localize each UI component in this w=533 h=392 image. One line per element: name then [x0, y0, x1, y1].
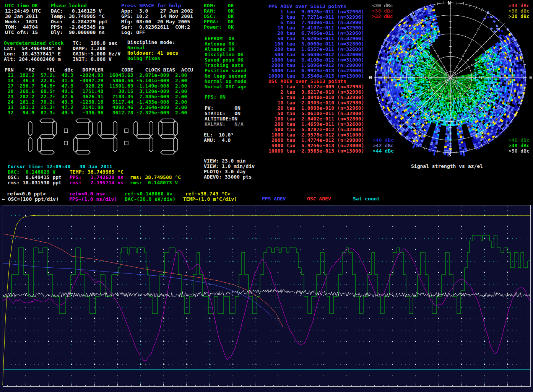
sat-row: 23 202.2 22.7↑ 47.6 3626.31 7183.35 7.88…	[5, 94, 187, 99]
text-line: Normal op mode	[205, 79, 247, 84]
text-line: App: 3.0 27 Jun 2002	[121, 8, 193, 14]
text-line: Normal OSC age	[205, 84, 247, 89]
history-plot-area[interactable]	[0, 201, 533, 392]
clock-segment	[40, 135, 54, 138]
dbc-legend-item: <30 dBc	[372, 3, 393, 8]
adev-row: 20 tau 6.7466e-011 (n=32960)	[268, 31, 364, 36]
text-line: No leap second	[205, 73, 247, 79]
text-line: DAC: 0.148125 V	[51, 8, 108, 14]
sat-row: 14 46.4 22.8↓ 41.6 -3097.29 5860.56 -5.1…	[5, 78, 187, 83]
polar-caption: Signal strength vs az/el	[411, 164, 483, 169]
pps-adev-title: PPS ADEV over 51613 points	[268, 4, 346, 9]
text-line: 30 Jan 2011	[5, 14, 41, 19]
text-line: Alt: 204.46002480 m	[4, 57, 61, 62]
dbc-legend-item: >36 dBc	[509, 8, 530, 14]
text-line: FPGA: OK	[204, 19, 234, 24]
clock-segment	[98, 121, 102, 136]
dac-ref: ref~<0.148060 V>	[125, 191, 172, 197]
text-line: UTC ofs: 15	[5, 30, 41, 35]
osc-ref: ref=<0.0 ppt>	[7, 191, 46, 197]
adev-row: 10 tau 7.4107e-011 (n=32980)	[268, 25, 364, 31]
utc-status-title: UTC time OK	[5, 3, 38, 8]
adev-row: 5 tau 3.8948e-010 (n=32990)	[268, 95, 364, 100]
clock-segment	[161, 119, 175, 123]
adev-row: 20 tau 1.0898e-010 (n=32960)	[268, 106, 364, 111]
text-line: Almanac OK	[205, 47, 247, 52]
clock-segment	[76, 119, 90, 123]
adev-row: 2 tau 9.6217e-010 (n=32996)	[268, 89, 364, 95]
rms-osc: rms: 18.031530 ppt	[8, 180, 62, 185]
cursor-dac: DAC: 0.148029 V	[8, 169, 55, 175]
adev-row: 1 tau 1.9127e-009 (n=32998)	[268, 84, 364, 89]
dbc-legend-item: >32 dBc	[372, 14, 393, 19]
dbc-legend-item: >38 dBc	[509, 14, 530, 19]
clock-segment	[113, 137, 117, 152]
pv-mode: PV: ON	[205, 106, 240, 111]
clock-segment	[76, 135, 90, 138]
text-line: GAIN:-5.000 Hz/V	[73, 51, 120, 57]
clock-segment	[40, 119, 54, 123]
adev-row: 2000 tau 1.4774e-012 (n=29000)	[268, 138, 364, 143]
adev-row: 200 tau 1.6357e-011 (n=32600)	[268, 47, 364, 52]
text-line: Ser: 0.82362611 COM:2	[121, 24, 193, 30]
text-line: GPS: 10.2 14 Nov 2001	[121, 14, 193, 19]
adev-row: 10000 tau 3.5346e-013 (n=13000)	[268, 73, 364, 79]
clock-colon	[64, 129, 68, 133]
adev-row: 5000 tau 6.9923e-013 (n=23000)	[268, 68, 364, 73]
kalman-mode: KALMAN: N/A	[205, 122, 244, 127]
text-line: TOW: 44704	[5, 24, 41, 30]
text-line: Mfg: 08:00 20 May 2005	[121, 19, 193, 24]
dbc-legend-item: >46 dBc	[509, 138, 530, 143]
dbc-legend-item: >40 dBc	[373, 138, 394, 143]
text-line: Log: OFF	[121, 30, 193, 35]
clock-segment	[100, 135, 115, 138]
text-line: TC: 100.0 sec	[73, 41, 120, 46]
text-line: Osc↑ 4.284229 ppt	[51, 19, 108, 24]
fixes-status: Doing fixes	[127, 56, 160, 61]
holdover-status: Holdover: 41 secs	[127, 50, 178, 56]
clock-segment	[40, 150, 54, 154]
rms-pps: rms: 2.195714 ns	[70, 180, 123, 185]
adev-row: 1000 tau 2.9578e-012 (n=31000)	[268, 132, 364, 138]
position-lines: Lat: 54.4964948° NLon: 18.4337841° EAlt:…	[4, 46, 61, 62]
clock-colon	[64, 141, 68, 145]
sat-table-header: PRN °AZ °EL dBc DOPPLER CODE CLOCK BIAS …	[5, 67, 193, 73]
clock-segment	[161, 135, 175, 138]
clock-segment	[28, 137, 32, 152]
dbc-legend-bottom-right: >46 dBc>48 dBc>50 dBc	[509, 138, 530, 154]
dbc-legend-item: >48 dBc	[509, 143, 530, 148]
cursor-pps: PPS: 1.743639 ns	[70, 175, 123, 180]
dbc-legend-bottom-left: >40 dBc>42 dBc>44 dBc	[373, 138, 394, 154]
text-line: Saved posn OK	[205, 57, 247, 63]
static-mode: STATIC: ON	[205, 111, 240, 116]
sat-row: 31 101.3 25.3↑ 47.2 2141.90 4892.46 3.36…	[5, 105, 187, 110]
text-line: Temp: 38.749985 °C	[51, 14, 108, 19]
clock-segment	[28, 121, 32, 136]
text-line: Lat: 54.4964948° N	[4, 46, 61, 51]
text-line: ADEVQ: 33000 pts	[204, 174, 255, 180]
text-line: Power: OK	[204, 24, 234, 30]
text-line: Tracking sats	[205, 63, 247, 68]
el-mask: EL: 10.0°	[204, 132, 234, 138]
adev-row: 200 tau 1.4659e-011 (n=32600)	[268, 122, 364, 127]
discipline-mode: Normal	[127, 45, 145, 50]
clock-colon	[125, 129, 128, 133]
cursor-osc: OSC: 8.649415 ppt	[8, 175, 62, 180]
receiver-status-list: EEPROM OKAntenna OKAlmanac OKDiscipline …	[205, 36, 247, 89]
text-line: Position saved	[205, 68, 247, 73]
text-line: Discipline OK	[205, 52, 247, 57]
clock-segment	[53, 121, 57, 136]
lady-heather-screen: UTC time OK 12:24:49 UTC30 Jan 2011Week:…	[0, 0, 533, 392]
dbc-legend-top-right: >34 dBc>36 dBc>38 dBc	[509, 3, 530, 19]
clock-segment	[149, 121, 153, 136]
adev-row: 5 tau 7.4889e-011 (n=32990)	[268, 20, 364, 25]
text-line: DAMP: 1.200	[73, 46, 120, 51]
text-line: EEPROM OK	[205, 36, 247, 41]
clock-segment	[161, 150, 175, 154]
clock-segment	[89, 121, 93, 136]
dbc-legend-item: >34 dBc	[509, 3, 530, 8]
amu-mask: AMU: 4.0	[204, 138, 231, 143]
dbc-legend-item: >42 dBc	[373, 143, 394, 148]
text-line: ROM: OK	[204, 3, 234, 8]
text-line: VIEW: 23.0 min	[204, 158, 255, 164]
